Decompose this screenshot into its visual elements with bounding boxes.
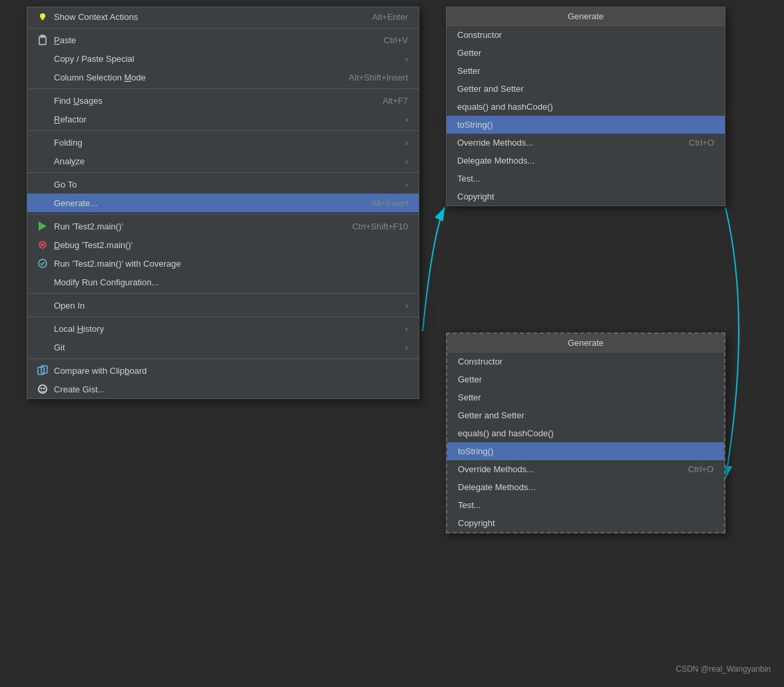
separator <box>27 130 419 131</box>
generate-panel-bottom-title: Generate <box>447 334 724 352</box>
menu-item-label: Column Selection Mode <box>54 72 335 82</box>
arrow-icon: › <box>405 180 408 190</box>
separator <box>27 172 419 173</box>
separator <box>27 293 419 294</box>
panel-item-constructor-bottom[interactable]: Constructor <box>447 352 724 370</box>
menu-item-shortcut: Alt+Shift+Insert <box>349 72 408 82</box>
menu-item-copy-paste-special[interactable]: Copy / Paste Special › <box>27 49 419 68</box>
panel-item-getter-bottom[interactable]: Getter <box>447 370 724 388</box>
panel-item-copyright-top[interactable]: Copyright <box>447 188 725 206</box>
menu-item-compare-clipboard[interactable]: Compare with Clipboard <box>27 361 419 380</box>
menu-item-shortcut: Alt+Enter <box>372 12 408 22</box>
menu-item-debug[interactable]: Debug 'Test2.main()' <box>27 235 419 254</box>
panel-item-constructor-top[interactable]: Constructor <box>447 26 725 44</box>
menu-item-label: Run 'Test2.main()' with Coverage <box>54 259 408 269</box>
generate-panel-top: Generate Constructor Getter Setter Gette… <box>446 7 725 206</box>
separator <box>27 28 419 29</box>
menu-item-label: Copy / Paste Special <box>54 54 399 64</box>
panel-item-label: Test... <box>458 500 713 510</box>
panel-item-label: Delegate Methods... <box>458 482 713 492</box>
arrow-to-bottom-panel <box>725 207 739 479</box>
menu-item-shortcut: Alt+Insert <box>371 198 408 208</box>
panel-item-getter-top[interactable]: Getter <box>447 44 725 62</box>
panel-item-label: Delegate Methods... <box>457 156 714 166</box>
arrow-icon: › <box>405 343 408 352</box>
menu-item-label: Generate... <box>54 198 358 208</box>
menu-item-label: Debug 'Test2.main()' <box>54 240 408 250</box>
menu-item-analyze[interactable]: Analyze › <box>27 152 419 170</box>
menu-item-column-selection[interactable]: Column Selection Mode Alt+Shift+Insert <box>27 68 419 86</box>
menu-item-label: Find Usages <box>54 96 369 106</box>
menu-item-modify-run[interactable]: Modify Run Configuration... <box>27 273 419 291</box>
panel-item-getter-setter-bottom[interactable]: Getter and Setter <box>447 406 724 424</box>
panel-item-label: Test... <box>457 174 714 184</box>
menu-item-shortcut: Ctrl+Shift+F10 <box>352 221 408 231</box>
panel-item-label: equals() and hashCode() <box>457 102 714 112</box>
menu-item-label: Git <box>54 343 399 352</box>
menu-item-open-in[interactable]: Open In › <box>27 296 419 315</box>
panel-item-delegate-top[interactable]: Delegate Methods... <box>447 152 725 170</box>
panel-item-delegate-bottom[interactable]: Delegate Methods... <box>447 478 724 496</box>
menu-item-run[interactable]: Run 'Test2.main()' Ctrl+Shift+F10 <box>27 217 419 235</box>
panel-item-test-top[interactable]: Test... <box>447 170 725 188</box>
separator <box>27 88 419 89</box>
panel-item-copyright-bottom[interactable]: Copyright <box>447 514 724 532</box>
svg-rect-1 <box>41 19 44 20</box>
panel-item-label: toString() <box>457 120 714 130</box>
svg-point-17 <box>41 388 43 390</box>
menu-item-find-usages[interactable]: Find Usages Alt+F7 <box>27 91 419 110</box>
menu-item-coverage[interactable]: Run 'Test2.main()' with Coverage <box>27 254 419 273</box>
panel-item-setter-bottom[interactable]: Setter <box>447 388 724 406</box>
arrow-icon: › <box>405 54 408 64</box>
panel-item-equals-hashcode-bottom[interactable]: equals() and hashCode() <box>447 424 724 442</box>
separator <box>27 317 419 317</box>
panel-item-tostring-bottom[interactable]: toString() <box>447 442 724 460</box>
svg-point-7 <box>44 243 45 244</box>
menu-item-folding[interactable]: Folding › <box>27 133 419 152</box>
menu-item-show-context-actions[interactable]: Show Context Actions Alt+Enter <box>27 7 419 26</box>
arrow-to-top-panel <box>423 207 445 331</box>
generate-panel-top-title: Generate <box>447 7 725 26</box>
arrow-icon: › <box>405 138 408 148</box>
svg-point-10 <box>41 243 44 246</box>
svg-point-6 <box>40 243 41 244</box>
menu-item-create-gist[interactable]: Create Gist... <box>27 380 419 398</box>
menu-item-label: Go To <box>54 180 399 190</box>
menu-item-label: Create Gist... <box>54 384 408 394</box>
arrow-icon: › <box>405 301 408 311</box>
menu-item-go-to[interactable]: Go To › <box>27 175 419 194</box>
panel-item-override-bottom[interactable]: Override Methods... Ctrl+O <box>447 460 724 478</box>
panel-item-label: Setter <box>457 66 714 76</box>
menu-item-label: Paste <box>54 35 371 45</box>
panel-item-label: Constructor <box>457 30 714 40</box>
panel-item-label: equals() and hashCode() <box>458 428 713 438</box>
separator <box>27 214 419 215</box>
panel-item-override-top[interactable]: Override Methods... Ctrl+O <box>447 134 725 152</box>
svg-point-9 <box>44 245 45 247</box>
panel-item-shortcut: Ctrl+O <box>689 138 714 148</box>
menu-item-local-history[interactable]: Local History › <box>27 319 419 338</box>
menu-item-label: Local History <box>54 324 399 334</box>
panel-item-label: Override Methods... <box>458 464 688 474</box>
menu-item-refactor[interactable]: Refactor › <box>27 110 419 128</box>
panel-item-setter-top[interactable]: Setter <box>447 62 725 80</box>
menu-item-label: Folding <box>54 138 399 148</box>
panel-item-test-bottom[interactable]: Test... <box>447 496 724 514</box>
panel-item-tostring-top[interactable]: toString() <box>447 116 725 134</box>
menu-item-paste[interactable]: Paste Ctrl+V <box>27 31 419 49</box>
panel-item-equals-hashcode-top[interactable]: equals() and hashCode() <box>447 98 725 116</box>
menu-item-label: Compare with Clipboard <box>54 366 408 376</box>
menu-item-git[interactable]: Git › <box>27 338 419 356</box>
menu-item-shortcut: Alt+F7 <box>383 96 408 106</box>
panel-item-getter-setter-top[interactable]: Getter and Setter <box>447 80 725 98</box>
panel-item-label: Setter <box>458 392 713 402</box>
menu-item-generate[interactable]: Generate... Alt+Insert <box>27 194 419 212</box>
panel-item-label: Getter and Setter <box>457 84 714 94</box>
github-icon <box>35 384 50 394</box>
panel-item-label: Copyright <box>458 518 713 528</box>
panel-item-label: toString() <box>458 446 713 456</box>
svg-marker-4 <box>39 221 47 231</box>
paste-icon <box>35 35 50 45</box>
coverage-icon <box>35 259 50 268</box>
menu-item-label: Run 'Test2.main()' <box>54 221 339 231</box>
